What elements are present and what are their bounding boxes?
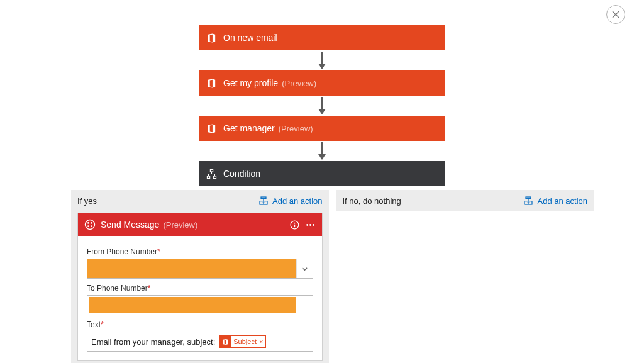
svg-point-6	[87, 222, 89, 224]
card-label: Get my profile	[223, 78, 278, 88]
svg-point-8	[87, 225, 89, 227]
branch-no-header: If no, do nothing Add an action	[336, 190, 594, 211]
svg-rect-3	[261, 197, 266, 199]
card-label: On new email	[223, 33, 277, 43]
svg-rect-1	[207, 176, 209, 179]
svg-point-14	[309, 224, 311, 226]
from-phone-combobox[interactable]	[87, 259, 313, 279]
svg-point-11	[294, 222, 295, 223]
branch-no: If no, do nothing Add an action	[336, 190, 594, 363]
preview-badge: (Preview)	[282, 79, 316, 88]
add-action-button[interactable]: Add an action	[258, 196, 323, 206]
label-text: Text	[87, 320, 101, 329]
add-action-button[interactable]: Add an action	[523, 196, 587, 206]
add-action-icon	[523, 196, 533, 206]
branch-yes: If yes Add an action Send Message	[71, 190, 329, 363]
svg-point-5	[86, 220, 95, 230]
required-mark: *	[101, 320, 104, 329]
branch-container: If yes Add an action Send Message	[71, 190, 594, 363]
flow-vertical-stack: On new email Get my profile (Preview) Ge…	[199, 25, 445, 186]
office-icon	[206, 33, 217, 43]
overflow-menu-icon[interactable]	[305, 220, 316, 230]
text-body-input[interactable]: Email from your manager, subject: Subjec…	[87, 332, 313, 352]
action-card-get-manager[interactable]: Get manager (Preview)	[199, 116, 445, 141]
svg-point-7	[91, 222, 92, 224]
required-mark: *	[148, 284, 151, 293]
card-label: Get manager	[223, 123, 275, 133]
token-label: Subject	[233, 338, 257, 345]
condition-card[interactable]: Condition	[199, 161, 445, 186]
office-icon	[206, 78, 217, 89]
to-phone-label: To Phone Number*	[87, 284, 313, 293]
branch-yes-body: Send Message (Preview) From Phone Number	[71, 211, 329, 363]
close-button[interactable]	[606, 5, 625, 24]
branch-title: If no, do nothing	[343, 196, 401, 206]
dynamic-token-subject[interactable]: Subject ×	[219, 335, 266, 348]
trigger-card-new-email[interactable]: On new email	[199, 25, 445, 50]
info-icon[interactable]	[289, 220, 300, 230]
flow-designer-canvas: On new email Get my profile (Preview) Ge…	[0, 0, 644, 363]
text-body-static: Email from your manager, subject:	[91, 337, 215, 347]
svg-rect-12	[294, 224, 294, 226]
send-message-card: Send Message (Preview) From Phone Number	[77, 213, 323, 361]
from-phone-value-chip	[87, 259, 296, 278]
svg-point-9	[91, 225, 92, 227]
required-mark: *	[157, 247, 160, 256]
text-label: Text*	[87, 320, 313, 329]
svg-rect-16	[526, 197, 531, 199]
to-phone-input[interactable]	[87, 295, 313, 315]
send-message-header[interactable]: Send Message (Preview)	[78, 213, 322, 236]
card-label: Condition	[223, 169, 260, 179]
office-icon	[206, 123, 217, 134]
to-phone-value-chip	[89, 297, 296, 313]
add-action-label: Add an action	[537, 196, 587, 206]
connector-arrow	[321, 96, 323, 116]
branch-yes-header: If yes Add an action	[71, 190, 329, 211]
chevron-down-icon[interactable]	[296, 259, 313, 278]
preview-badge: (Preview)	[279, 124, 313, 133]
action-card-get-profile[interactable]: Get my profile (Preview)	[199, 70, 445, 96]
add-action-icon	[258, 196, 269, 206]
twilio-icon	[84, 219, 96, 230]
label-text: To Phone Number	[87, 284, 148, 293]
send-message-body: From Phone Number* To Phone Number*	[78, 236, 322, 360]
svg-point-15	[313, 224, 314, 226]
condition-icon	[206, 169, 217, 179]
from-phone-label: From Phone Number*	[87, 247, 313, 256]
label-text: From Phone Number	[87, 247, 157, 256]
svg-rect-2	[213, 176, 216, 179]
office-icon	[219, 336, 231, 347]
svg-point-13	[306, 224, 308, 226]
token-remove-icon[interactable]: ×	[259, 338, 263, 345]
branch-title: If yes	[77, 196, 97, 206]
svg-rect-0	[210, 169, 213, 172]
preview-badge: (Preview)	[163, 220, 197, 230]
add-action-label: Add an action	[272, 196, 323, 206]
connector-arrow	[321, 141, 323, 161]
close-icon	[612, 11, 619, 18]
connector-arrow	[321, 50, 323, 70]
action-title: Send Message	[101, 220, 159, 230]
